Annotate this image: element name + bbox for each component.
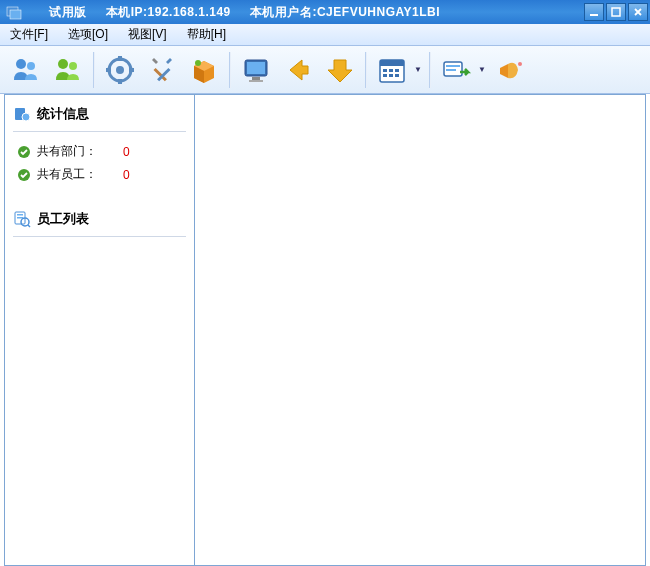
- toolbar-separator: [429, 52, 431, 88]
- check-icon: [17, 145, 31, 159]
- svg-point-6: [58, 59, 68, 69]
- svg-point-9: [116, 66, 124, 74]
- minimize-button[interactable]: [584, 3, 604, 21]
- svg-rect-12: [106, 68, 111, 72]
- toolbar-back[interactable]: [278, 50, 318, 90]
- maximize-button[interactable]: [606, 3, 626, 21]
- svg-rect-22: [380, 60, 404, 66]
- svg-rect-19: [252, 77, 260, 80]
- svg-rect-26: [383, 74, 387, 77]
- svg-rect-31: [446, 69, 456, 71]
- svg-rect-10: [118, 56, 122, 61]
- gear-icon: [104, 54, 136, 86]
- svg-point-5: [27, 62, 35, 70]
- toolbar-send[interactable]: [436, 50, 476, 90]
- toolbar-separator: [229, 52, 231, 88]
- stats-title: 统计信息: [37, 105, 89, 123]
- tools-icon: [146, 54, 178, 86]
- menu-file[interactable]: 文件[F]: [6, 24, 52, 45]
- check-icon: [17, 168, 31, 182]
- toolbar: ▼ ▼: [0, 46, 650, 94]
- toolbar-send-dropdown[interactable]: ▼: [476, 65, 488, 74]
- svg-rect-2: [590, 14, 598, 16]
- svg-point-32: [518, 62, 522, 66]
- svg-point-7: [69, 62, 77, 70]
- stat-row-employees: 共有员工： 0: [13, 163, 186, 186]
- close-button[interactable]: [628, 3, 648, 21]
- svg-rect-11: [118, 79, 122, 84]
- svg-line-41: [28, 225, 30, 227]
- svg-rect-1: [10, 10, 21, 19]
- users-blue-icon: [10, 54, 42, 86]
- employee-list-title: 员工列表: [37, 210, 89, 228]
- app-icon: [6, 4, 22, 20]
- svg-rect-28: [395, 74, 399, 77]
- svg-point-16: [195, 60, 201, 66]
- package-icon: [188, 54, 220, 86]
- stats-icon: [13, 105, 31, 123]
- toolbar-users-green[interactable]: [48, 50, 88, 90]
- stats-header: 统计信息: [13, 101, 186, 132]
- users-green-icon: [52, 54, 84, 86]
- toolbar-separator: [93, 52, 95, 88]
- stat-value: 0: [123, 145, 130, 159]
- toolbar-settings[interactable]: [100, 50, 140, 90]
- toolbar-announce[interactable]: [490, 50, 530, 90]
- toolbar-calendar-dropdown[interactable]: ▼: [412, 65, 424, 74]
- toolbar-down[interactable]: [320, 50, 360, 90]
- stat-row-departments: 共有部门： 0: [13, 140, 186, 163]
- svg-rect-38: [17, 214, 23, 216]
- svg-rect-20: [249, 80, 263, 82]
- list-search-icon: [13, 210, 31, 228]
- toolbar-calendar[interactable]: [372, 50, 412, 90]
- toolbar-package[interactable]: [184, 50, 224, 90]
- app-window: 试用版 本机IP:192.168.1.149 本机用户名:CJEFVUHNGAY…: [0, 0, 650, 566]
- arrow-down-icon: [324, 54, 356, 86]
- menu-options[interactable]: 选项[O]: [64, 24, 112, 45]
- svg-point-4: [16, 59, 26, 69]
- svg-rect-3: [612, 8, 620, 16]
- announce-icon: [494, 54, 526, 86]
- svg-rect-23: [383, 69, 387, 72]
- main-panel: [195, 95, 645, 565]
- svg-rect-30: [446, 65, 460, 67]
- toolbar-separator: [365, 52, 367, 88]
- sidebar: 统计信息 共有部门： 0 共有员工： 0: [5, 95, 195, 565]
- employee-list-header[interactable]: 员工列表: [13, 206, 186, 237]
- arrow-left-icon: [282, 54, 314, 86]
- toolbar-tools[interactable]: [142, 50, 182, 90]
- svg-rect-13: [129, 68, 134, 72]
- content-area: 统计信息 共有部门： 0 共有员工： 0: [4, 94, 646, 566]
- svg-rect-24: [389, 69, 393, 72]
- toolbar-users-blue[interactable]: [6, 50, 46, 90]
- toolbar-monitor[interactable]: [236, 50, 276, 90]
- svg-rect-27: [389, 74, 393, 77]
- monitor-icon: [240, 54, 272, 86]
- svg-point-34: [22, 113, 30, 121]
- calendar-icon: [376, 54, 408, 86]
- stat-label: 共有员工：: [37, 166, 117, 183]
- send-icon: [440, 54, 472, 86]
- menu-help[interactable]: 帮助[H]: [183, 24, 230, 45]
- stat-label: 共有部门：: [37, 143, 117, 160]
- titlebar: 试用版 本机IP:192.168.1.149 本机用户名:CJEFVUHNGAY…: [0, 0, 650, 24]
- svg-rect-18: [247, 62, 265, 74]
- svg-rect-25: [395, 69, 399, 72]
- menu-view[interactable]: 视图[V]: [124, 24, 171, 45]
- stat-value: 0: [123, 168, 130, 182]
- window-controls: [584, 3, 648, 21]
